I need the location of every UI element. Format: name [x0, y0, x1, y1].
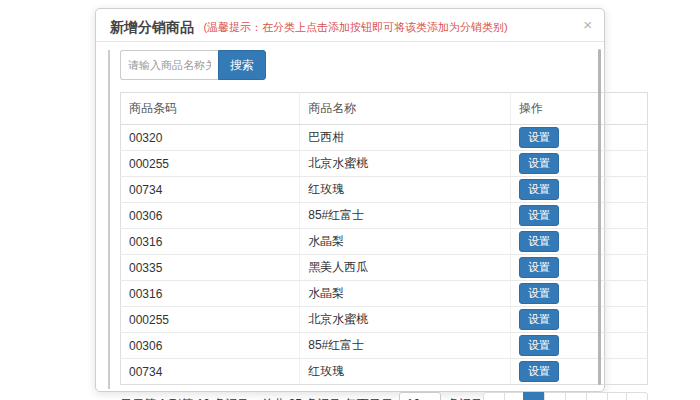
cell-operation: 设置 — [511, 229, 648, 255]
page-button[interactable]: 1 — [523, 392, 545, 400]
category-item[interactable]: 牛肉类 — [109, 315, 110, 339]
category-item[interactable]: 服装类 — [109, 147, 110, 171]
header-name: 商品名称 — [300, 93, 511, 125]
cell-operation: 设置 — [511, 307, 648, 333]
set-button[interactable]: 设置 — [519, 361, 559, 382]
category-item[interactable]: 化妆品类 — [109, 291, 110, 315]
header-code: 商品条码 — [121, 93, 300, 125]
cell-name: 水晶梨 — [300, 229, 511, 255]
cell-code: 00320 — [121, 125, 300, 151]
table-body: 00320 巴西柑 设置 000255 北京水蜜桃 设置 00734 红玫瑰 设… — [121, 125, 648, 385]
cell-name: 85#红富士 — [300, 203, 511, 229]
table-row: 00734 红玫瑰 设置 — [121, 359, 648, 385]
category-list: 生鲜水果 奶茶 素菜类 母婴类 服装类 鱼类 咖啡 奶茶原料 禽蛋类 水果类 化… — [108, 50, 110, 389]
cell-code: 00306 — [121, 333, 300, 359]
table-row: 00335 黑美人西瓜 设置 — [121, 255, 648, 281]
category-item[interactable]: 咖啡原料 — [109, 339, 110, 363]
table-row: 00306 85#红富士 设置 — [121, 333, 648, 359]
set-button[interactable]: 设置 — [519, 153, 559, 174]
page-button[interactable]: 3 — [565, 392, 587, 400]
cell-name: 巴西柑 — [300, 125, 511, 151]
search-input[interactable] — [120, 50, 218, 80]
cell-name: 红玫瑰 — [300, 177, 511, 203]
add-distribution-goods-modal: 新增分销商品 (温馨提示：在分类上点击添加按钮即可将该类添加为分销类别) × 生… — [95, 8, 605, 392]
cell-operation: 设置 — [511, 125, 648, 151]
category-item[interactable]: 生鲜水果 — [109, 51, 110, 75]
modal-hint-text: (温馨提示：在分类上点击添加按钮即可将该类添加为分销类别) — [203, 20, 507, 35]
modal-body: 生鲜水果 奶茶 素菜类 母婴类 服装类 鱼类 咖啡 奶茶原料 禽蛋类 水果类 化… — [96, 42, 604, 400]
cell-name: 85#红富士 — [300, 333, 511, 359]
page-button[interactable]: 4 — [586, 392, 608, 400]
cell-code: 00335 — [121, 255, 300, 281]
set-button[interactable]: 设置 — [519, 309, 559, 330]
pagination-pages: « ‹ 1 2 3 4 › » — [483, 392, 648, 400]
goods-table: 商品条码 商品名称 操作 00320 巴西柑 设置 000255 北京水蜜桃 设… — [120, 92, 648, 385]
scroll-down-icon[interactable]: ▼ — [108, 379, 110, 388]
modal-title: 新增分销商品 — [110, 19, 194, 37]
records-label: 条记录 — [447, 396, 483, 400]
set-button[interactable]: 设置 — [519, 127, 559, 148]
modal-scrollbar[interactable] — [598, 49, 601, 385]
category-item[interactable]: 水果类 — [109, 267, 110, 291]
set-button[interactable]: 设置 — [519, 283, 559, 304]
category-item[interactable]: 素菜类 — [109, 99, 110, 123]
page-button[interactable]: 2 — [544, 392, 566, 400]
cell-code: 00306 — [121, 203, 300, 229]
category-item[interactable] — [109, 387, 110, 389]
cell-operation: 设置 — [511, 255, 648, 281]
category-item[interactable]: 母婴类 — [109, 123, 110, 147]
cell-code: 000255 — [121, 151, 300, 177]
table-row: 00320 巴西柑 设置 — [121, 125, 648, 151]
page-size-select[interactable]: 10 — [399, 392, 441, 400]
cell-code: 000255 — [121, 307, 300, 333]
cell-operation: 设置 — [511, 151, 648, 177]
category-item[interactable]: 奶茶 — [109, 75, 110, 99]
pagination-bar: 显示第 1 到第 10 条记录，总共 35 条记录 每页显示 10 条记录 « … — [120, 392, 648, 400]
table-row: 00306 85#红富士 设置 — [121, 203, 648, 229]
cell-operation: 设置 — [511, 281, 648, 307]
close-icon[interactable]: × — [583, 17, 592, 32]
category-item[interactable]: 鱼类 — [109, 171, 110, 195]
cell-name: 水晶梨 — [300, 281, 511, 307]
cell-code: 00734 — [121, 177, 300, 203]
cell-operation: 设置 — [511, 177, 648, 203]
scroll-up-icon[interactable]: ▲ — [108, 51, 110, 60]
table-header-row: 商品条码 商品名称 操作 — [121, 93, 648, 125]
page-button[interactable]: › — [607, 392, 627, 400]
category-item[interactable]: 禽蛋类 — [109, 243, 110, 267]
page-button[interactable]: « — [483, 392, 505, 400]
table-row: 00734 红玫瑰 设置 — [121, 177, 648, 203]
table-row: 00316 水晶梨 设置 — [121, 281, 648, 307]
set-button[interactable]: 设置 — [519, 335, 559, 356]
page-background: 新增分销商品 (温馨提示：在分类上点击添加按钮即可将该类添加为分销类别) × 生… — [0, 0, 700, 400]
set-button[interactable]: 设置 — [519, 179, 559, 200]
category-item[interactable]: 奶茶原料 — [109, 219, 110, 243]
table-row: 00316 水晶梨 设置 — [121, 229, 648, 255]
cell-name: 黑美人西瓜 — [300, 255, 511, 281]
cell-name: 红玫瑰 — [300, 359, 511, 385]
modal-header: 新增分销商品 (温馨提示：在分类上点击添加按钮即可将该类添加为分销类别) × — [96, 9, 604, 42]
cell-operation: 设置 — [511, 203, 648, 229]
cell-code: 00316 — [121, 281, 300, 307]
category-item[interactable]: 休闲食品类 — [109, 363, 110, 387]
category-scrollbar[interactable]: ▲ ▼ — [108, 51, 109, 388]
cell-name: 北京水蜜桃 — [300, 151, 511, 177]
page-button[interactable]: ‹ — [504, 392, 524, 400]
category-item[interactable]: 咖啡 — [109, 195, 110, 219]
table-row: 000255 北京水蜜桃 设置 — [121, 151, 648, 177]
search-bar: 搜索 — [120, 50, 648, 80]
page-button[interactable]: » — [626, 392, 648, 400]
table-row: 000255 北京水蜜桃 设置 — [121, 307, 648, 333]
header-operation: 操作 — [511, 93, 648, 125]
set-button[interactable]: 设置 — [519, 231, 559, 252]
scrollbar-thumb[interactable] — [108, 61, 109, 379]
cell-operation: 设置 — [511, 359, 648, 385]
goods-panel: 搜索 商品条码 商品名称 操作 00320 巴西柑 设置 000255 北京 — [120, 50, 648, 400]
pagination-info: 显示第 1 到第 10 条记录，总共 35 条记录 每页显示 10 条记录 — [120, 392, 483, 400]
cell-code: 00316 — [121, 229, 300, 255]
set-button[interactable]: 设置 — [519, 257, 559, 278]
search-button[interactable]: 搜索 — [218, 50, 266, 80]
cell-name: 北京水蜜桃 — [300, 307, 511, 333]
cell-operation: 设置 — [511, 333, 648, 359]
set-button[interactable]: 设置 — [519, 205, 559, 226]
